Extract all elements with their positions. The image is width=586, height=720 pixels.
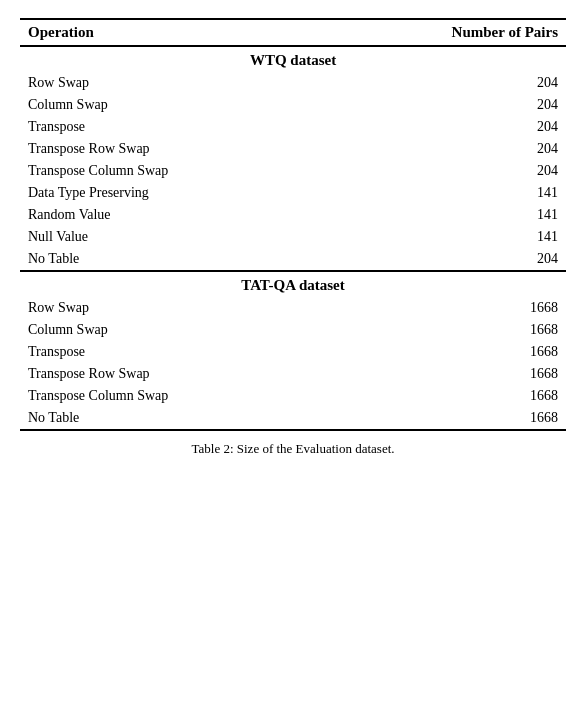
table-row: Column Swap204 bbox=[20, 94, 566, 116]
operation-cell: Column Swap bbox=[20, 319, 326, 341]
table-row: Data Type Preserving141 bbox=[20, 182, 566, 204]
pairs-cell: 1668 bbox=[326, 407, 566, 430]
pairs-cell: 1668 bbox=[326, 385, 566, 407]
dataset-section-row: TAT-QA dataset bbox=[20, 271, 566, 297]
operation-cell: Random Value bbox=[20, 204, 326, 226]
pairs-cell: 141 bbox=[326, 182, 566, 204]
pairs-cell: 141 bbox=[326, 204, 566, 226]
table-header-row: Operation Number of Pairs bbox=[20, 19, 566, 46]
pairs-cell: 204 bbox=[326, 248, 566, 271]
operation-cell: No Table bbox=[20, 407, 326, 430]
table-caption: Table 2: Size of the Evaluation dataset. bbox=[20, 441, 566, 457]
operation-cell: Transpose Column Swap bbox=[20, 385, 326, 407]
table-row: Transpose Column Swap204 bbox=[20, 160, 566, 182]
table-row: Null Value141 bbox=[20, 226, 566, 248]
operation-cell: Column Swap bbox=[20, 94, 326, 116]
pairs-cell: 204 bbox=[326, 94, 566, 116]
table-body: WTQ datasetRow Swap204Column Swap204Tran… bbox=[20, 46, 566, 430]
table-row: Transpose204 bbox=[20, 116, 566, 138]
table-row: Column Swap1668 bbox=[20, 319, 566, 341]
pairs-cell: 1668 bbox=[326, 363, 566, 385]
table-row: Transpose Row Swap204 bbox=[20, 138, 566, 160]
table-row: Transpose Row Swap1668 bbox=[20, 363, 566, 385]
operation-cell: Transpose Row Swap bbox=[20, 363, 326, 385]
operation-cell: Row Swap bbox=[20, 72, 326, 94]
table-row: Random Value141 bbox=[20, 204, 566, 226]
table-row: Transpose Column Swap1668 bbox=[20, 385, 566, 407]
table-row: Row Swap204 bbox=[20, 72, 566, 94]
pairs-cell: 1668 bbox=[326, 319, 566, 341]
operation-cell: Null Value bbox=[20, 226, 326, 248]
operation-header: Operation bbox=[20, 19, 326, 46]
table-container: Operation Number of Pairs WTQ datasetRow… bbox=[20, 18, 566, 457]
operation-cell: Row Swap bbox=[20, 297, 326, 319]
data-table: Operation Number of Pairs WTQ datasetRow… bbox=[20, 18, 566, 431]
table-row: Row Swap1668 bbox=[20, 297, 566, 319]
operation-cell: No Table bbox=[20, 248, 326, 271]
table-row: No Table204 bbox=[20, 248, 566, 271]
pairs-cell: 1668 bbox=[326, 297, 566, 319]
operation-cell: Transpose Row Swap bbox=[20, 138, 326, 160]
table-row: No Table1668 bbox=[20, 407, 566, 430]
pairs-cell: 204 bbox=[326, 160, 566, 182]
operation-cell: Transpose bbox=[20, 341, 326, 363]
pairs-cell: 204 bbox=[326, 116, 566, 138]
operation-cell: Transpose bbox=[20, 116, 326, 138]
pairs-cell: 141 bbox=[326, 226, 566, 248]
table-row: Transpose1668 bbox=[20, 341, 566, 363]
operation-cell: Transpose Column Swap bbox=[20, 160, 326, 182]
pairs-cell: 204 bbox=[326, 72, 566, 94]
pairs-cell: 204 bbox=[326, 138, 566, 160]
operation-cell: Data Type Preserving bbox=[20, 182, 326, 204]
number-of-pairs-header: Number of Pairs bbox=[326, 19, 566, 46]
dataset-section-row: WTQ dataset bbox=[20, 46, 566, 72]
pairs-cell: 1668 bbox=[326, 341, 566, 363]
